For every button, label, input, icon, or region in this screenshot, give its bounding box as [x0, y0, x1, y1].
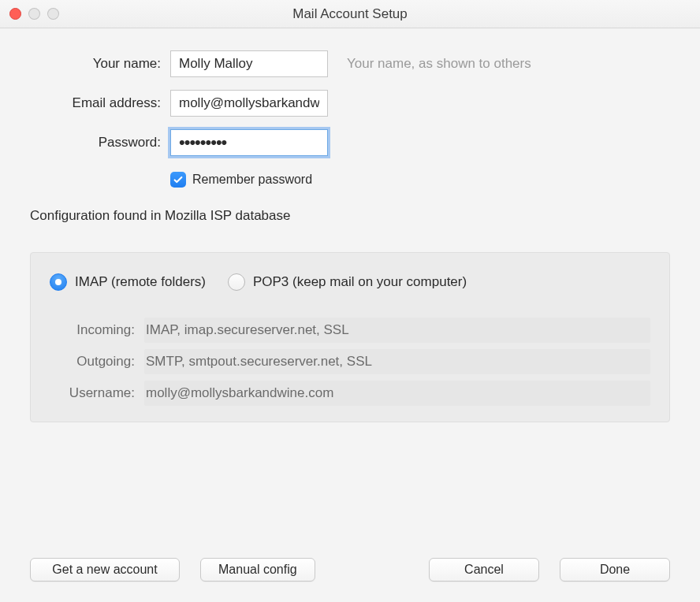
- username-value: molly@mollysbarkandwine.com: [144, 381, 650, 406]
- manual-config-button[interactable]: Manual config: [200, 558, 315, 582]
- row-password: Password: •••••••••: [30, 129, 670, 156]
- done-button[interactable]: Done: [560, 558, 670, 582]
- password-label: Password:: [30, 135, 170, 150]
- check-icon: [173, 174, 184, 185]
- row-email: Email address:: [30, 90, 670, 117]
- outgoing-value: SMTP, smtpout.secureserver.net, SSL: [144, 349, 650, 374]
- server-details: Incoming: IMAP, imap.secureserver.net, S…: [50, 318, 650, 406]
- window-controls: [9, 8, 59, 20]
- protocol-choice: IMAP (remote folders) POP3 (keep mail on…: [50, 273, 650, 291]
- imap-radio[interactable]: [50, 273, 67, 291]
- content-area: Your name: Your name, as shown to others…: [0, 28, 700, 602]
- pop3-radio-label[interactable]: POP3 (keep mail on your computer): [253, 274, 467, 290]
- incoming-label: Incoming:: [50, 318, 144, 343]
- your-name-input[interactable]: [170, 50, 328, 77]
- cancel-button[interactable]: Cancel: [429, 558, 539, 582]
- your-name-hint: Your name, as shown to others: [347, 56, 531, 72]
- your-name-label: Your name:: [30, 56, 170, 72]
- username-label: Username:: [50, 381, 144, 406]
- incoming-value: IMAP, imap.secureserver.net, SSL: [144, 318, 650, 343]
- zoom-icon[interactable]: [47, 8, 59, 20]
- row-your-name: Your name: Your name, as shown to others: [30, 50, 670, 77]
- pop3-radio[interactable]: [228, 273, 245, 291]
- titlebar: Mail Account Setup: [0, 0, 700, 28]
- mail-account-setup-window: Mail Account Setup Your name: Your name,…: [0, 0, 700, 602]
- window-title: Mail Account Setup: [0, 6, 700, 22]
- remember-label: Remember password: [192, 173, 312, 187]
- config-panel: IMAP (remote folders) POP3 (keep mail on…: [30, 252, 670, 422]
- remember-checkbox[interactable]: [170, 172, 186, 188]
- outgoing-label: Outgoing:: [50, 349, 144, 374]
- close-icon[interactable]: [9, 8, 21, 20]
- row-remember[interactable]: Remember password: [170, 172, 670, 188]
- imap-radio-label[interactable]: IMAP (remote folders): [75, 274, 206, 290]
- email-input[interactable]: [170, 90, 328, 117]
- status-text: Configuration found in Mozilla ISP datab…: [30, 208, 670, 224]
- minimize-icon[interactable]: [28, 8, 40, 20]
- button-bar: Get a new account Manual config Cancel D…: [30, 558, 670, 602]
- password-input[interactable]: •••••••••: [170, 129, 328, 156]
- get-new-account-button[interactable]: Get a new account: [30, 558, 180, 582]
- email-label: Email address:: [30, 95, 170, 111]
